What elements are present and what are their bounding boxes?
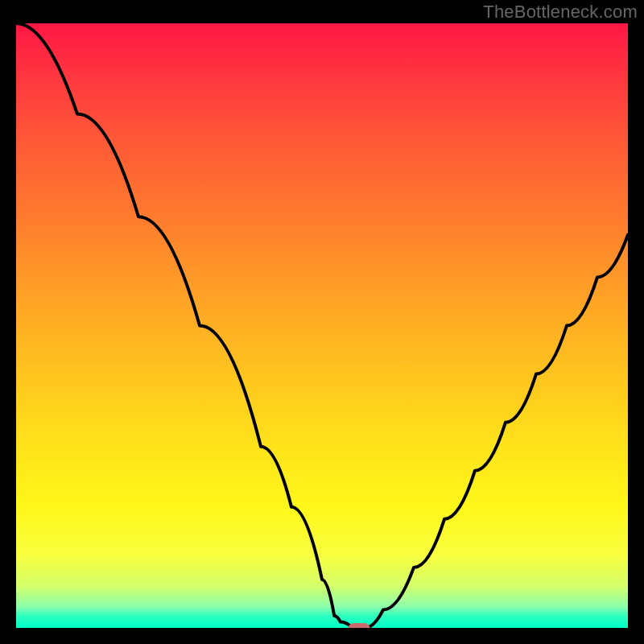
chart-frame: TheBottleneck.com: [0, 0, 644, 644]
bottleneck-curve: [16, 23, 628, 628]
plot-area: [16, 23, 628, 628]
bottleneck-marker: [348, 623, 370, 628]
curve-layer: [16, 23, 628, 628]
watermark-text: TheBottleneck.com: [483, 2, 638, 23]
